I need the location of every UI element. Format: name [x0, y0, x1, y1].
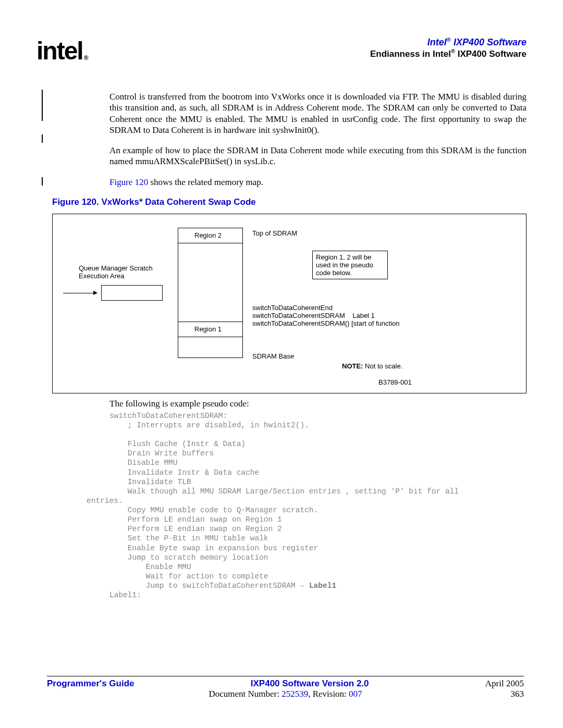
paragraph-1: Control is transferred from the bootrom … [109, 91, 527, 135]
change-bar [42, 90, 43, 121]
top-sdram-label: Top of SDRAM [252, 229, 297, 237]
pseudo-code-intro: The following is example pseudo code: [109, 399, 527, 409]
header-subtitle: Endianness in Intel® IXP400 Software [370, 48, 527, 59]
scale-note: NOTE: Not to scale. [342, 362, 402, 370]
header-title: Intel® IXP400 Software [370, 36, 527, 48]
footer-row-1: Programmer's Guide IXP400 Software Versi… [47, 678, 524, 689]
page-number: 363 [511, 689, 524, 699]
footer-version-label: IXP400 Software Version 2.0 [251, 678, 369, 689]
paragraph-3: Figure 120 shows the related memory map. [109, 177, 527, 188]
paragraph-2: An example of how to place the SDRAM in … [109, 145, 527, 167]
region2-label: Region 2 [194, 231, 222, 239]
queue-manager-label: Queue Manager Scratch Execution Area [79, 264, 167, 280]
switch-func-label: switchToDataCoherentSDRAM() [start of fu… [252, 319, 400, 327]
logo-text: intel [36, 37, 83, 65]
page-header: intel® Intel® IXP400 Software Endianness… [36, 36, 527, 65]
footer-date: April 2005 [485, 678, 524, 689]
header-right: Intel® IXP400 Software Endianness in Int… [370, 36, 527, 59]
scratch-box [101, 285, 163, 301]
change-bar [42, 177, 43, 186]
figure-reference: Figure 120 [109, 177, 148, 187]
pseudo-code-block: switchToDataCoherentSDRAM: ; Interrupts … [109, 411, 527, 600]
note-box: Region 1, 2 will be used in the pseudo c… [312, 251, 388, 279]
body-text: Control is transferred from the bootrom … [109, 91, 527, 188]
diagram-id: B3789-001 [378, 378, 412, 386]
figure-diagram: Region 2 Region 1 Queue Manager Scratch … [52, 214, 527, 393]
footer-guide-label: Programmer's Guide [47, 678, 134, 689]
region1-label: Region 1 [194, 325, 222, 333]
logo-reg: ® [84, 54, 88, 61]
page-footer: Programmer's Guide IXP400 Software Versi… [47, 676, 524, 699]
change-bar [42, 134, 43, 143]
figure-title: Figure 120. VxWorks* Data Coherent Swap … [52, 197, 527, 207]
switch-sdram-label: switchToDataCoherentSDRAM Label 1 [252, 312, 375, 319]
sdram-column [178, 228, 243, 358]
arrow-icon [63, 293, 97, 293]
switch-end-label: switchToDataCoherentEnd [252, 304, 333, 312]
footer-row-2: Document Number: 252539, Revision: 007 3… [47, 689, 524, 699]
sdram-base-label: SDRAM Base [252, 352, 294, 360]
intel-logo: intel® [36, 36, 87, 65]
